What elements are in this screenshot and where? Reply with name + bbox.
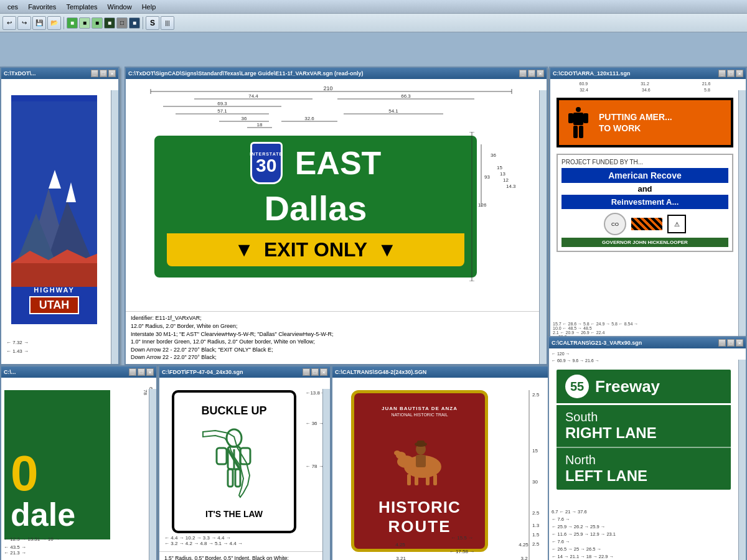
utah-scrollbar-v[interactable]	[111, 90, 118, 364]
utah-controls: _ □ ×	[91, 70, 116, 77]
toolbar-sep-1	[63, 17, 64, 29]
toolbar-btn-s2[interactable]: |||	[161, 16, 174, 30]
arra-and: and	[561, 183, 728, 195]
left-green-maximize[interactable]: □	[138, 368, 145, 376]
left-green-controls: _ □ ×	[129, 368, 154, 376]
utah-minimize[interactable]: _	[91, 70, 98, 77]
toolbar-btn-1[interactable]: ↩	[2, 16, 16, 30]
caltrans-title-text: C:\CALTRANS\SG48-2(24x30).SGN	[335, 369, 426, 375]
menu-ces[interactable]: ces	[2, 2, 23, 12]
utah-state-text: UTAH	[29, 296, 80, 314]
texas-right-measurements: 126 93 36 15 13 12 14.3	[466, 132, 515, 281]
texas-maximize[interactable]: □	[528, 70, 535, 77]
interstate-number: 30	[256, 156, 276, 175]
utah-sign: HIGHWAY UTAH	[7, 91, 101, 328]
fdot-window: C:\FDOT\FTP-47-04_24x30.sgn _ □ × BUCKLE…	[158, 365, 331, 560]
utah-route-text: HIGHWAY	[34, 286, 75, 294]
g21-minimize[interactable]: _	[718, 339, 726, 347]
fdot-minimize[interactable]: _	[303, 368, 310, 376]
svg-text:32.6: 32.6	[304, 116, 314, 121]
left-route-num: 0	[11, 451, 39, 496]
svg-rect-53	[568, 113, 573, 123]
colorado-minimize[interactable]: _	[718, 70, 726, 77]
rider-icon	[388, 429, 451, 485]
fdot-titlebar[interactable]: C:\FDOT\FTP-47-04_24x30.sgn _ □ ×	[159, 366, 330, 378]
g21-titlebar[interactable]: C:\CALTRANS\G21-3_VARx90.sgn _ □ ×	[549, 337, 746, 348]
g21-scrollbar[interactable]	[738, 360, 746, 560]
governor-text: GOVERNOR JOHN HICKENLOOPER	[561, 238, 728, 247]
north-lane-row: North LEFT LANE	[557, 448, 731, 490]
toolbar-btn-5[interactable]: ■	[67, 17, 78, 29]
arra-sign: PROJECT FUNDED BY TH... American Recove …	[557, 154, 733, 252]
co-seal: CO	[604, 213, 626, 235]
exit-banner: ▼ EXIT ONLY ▼	[167, 233, 464, 266]
left-green-titlebar[interactable]: C:\... _ □ ×	[1, 366, 156, 378]
toolbar-btn-4[interactable]: 📂	[47, 16, 61, 30]
utah-title-text: C:\TxDOT\...	[4, 70, 36, 77]
colorado-title-text: C:\CDOT\ARRA_120x111.sgn	[553, 70, 631, 77]
menu-window[interactable]: Window	[103, 2, 137, 12]
colorado-scrollbar-v[interactable]	[738, 90, 746, 352]
toolbar-btn-2[interactable]: ↪	[17, 16, 31, 30]
arra-title: American Recove	[561, 168, 728, 183]
menu-templates[interactable]: Templates	[61, 2, 102, 12]
svg-rect-55	[573, 126, 578, 138]
texas-titlebar[interactable]: C:\TxDOT\SignCAD\Signs\Standard\Texas\La…	[126, 68, 547, 79]
colorado-maximize[interactable]: □	[727, 70, 735, 77]
texas-minimize[interactable]: _	[519, 70, 527, 77]
left-green-scrollbar[interactable]	[149, 389, 156, 560]
toolbar-sep-2	[143, 17, 143, 29]
svg-text:210: 210	[323, 85, 332, 91]
left-green-minimize[interactable]: _	[129, 368, 136, 376]
historic-top-text: JUAN BAUTISTA DE ANZA NATIONAL HISTORIC …	[382, 406, 458, 417]
fdot-cad-notes: 1.5" Radius, 0.5" Border, 0.5" Indent, B…	[159, 551, 330, 560]
colorado-close[interactable]: ×	[736, 70, 743, 77]
texas-close[interactable]: ×	[537, 70, 544, 77]
interstate-shield: INTERSTATE 30	[250, 142, 283, 184]
toolbar-btn-3[interactable]: 💾	[32, 16, 46, 30]
toolbar-btn-10[interactable]: ■	[129, 17, 140, 29]
colorado-controls: _ □ ×	[718, 70, 743, 77]
warning-diamond: ⚠	[667, 215, 686, 233]
utah-titlebar[interactable]: C:\TxDOT\... _ □ ×	[1, 68, 118, 79]
svg-rect-52	[573, 113, 583, 125]
exit-only-text: EXIT ONLY	[264, 238, 367, 261]
worker-icon	[563, 104, 594, 141]
fdot-close[interactable]: ×	[320, 368, 327, 376]
construction-sign: PUTTING AMER... TO WORK	[557, 98, 733, 147]
florida-figure	[197, 426, 271, 500]
toolbar-btn-s1[interactable]: S	[146, 16, 159, 30]
g21-title-text: C:\CALTRANS\G21-3_VARx90.sgn	[552, 340, 642, 346]
arrow-down-right: ▼	[377, 238, 397, 261]
toolbar-btn-7[interactable]: ■	[92, 17, 103, 29]
utah-close[interactable]: ×	[108, 70, 116, 77]
toolbar-btn-8[interactable]: ■	[104, 17, 115, 29]
its-law-text: IT'S THE LAW	[205, 509, 263, 519]
fdot-maximize[interactable]: □	[311, 368, 319, 376]
freeway-label: Freeway	[595, 377, 660, 396]
g21-close[interactable]: ×	[736, 339, 743, 347]
workspace: C:\TxDOT\... _ □ ×	[0, 32, 747, 560]
utah-maximize[interactable]: □	[100, 70, 107, 77]
g21-maximize[interactable]: □	[727, 339, 735, 347]
svg-rect-54	[583, 113, 588, 123]
utah-content: HIGHWAY UTAH ← 7.32 → ← 1.43 →	[1, 79, 118, 364]
left-city: dale	[11, 496, 75, 533]
historic-main-text: HISTORIC ROUTE	[378, 498, 461, 536]
buckle-up-text: BUCKLE UP	[201, 404, 266, 418]
left-green-close[interactable]: ×	[146, 368, 154, 376]
toolbar-btn-9[interactable]: □	[116, 17, 128, 29]
menu-favorites[interactable]: Favorites	[23, 2, 61, 12]
construction-text: PUTTING AMER... TO WORK	[599, 111, 672, 134]
fdot-content: BUCKLE UP	[159, 378, 330, 560]
colorado-titlebar[interactable]: C:\CDOT\ARRA_120x111.sgn _ □ ×	[550, 68, 746, 79]
svg-text:15: 15	[532, 448, 538, 454]
texas-controls: _ □ ×	[519, 70, 544, 77]
toolbar-btn-6[interactable]: ■	[79, 17, 90, 29]
texas-scrollbar-v[interactable]	[539, 90, 547, 364]
texas-sign-container: INTERSTATE 30 EAST Dallas ▼ EXIT ONLY ▼	[151, 132, 481, 281]
svg-rect-61	[228, 469, 233, 487]
menu-help[interactable]: Help	[137, 2, 161, 12]
fdot-scrollbar[interactable]	[322, 389, 330, 560]
colorado-measurements-2: 32.434.65.8	[553, 88, 737, 92]
